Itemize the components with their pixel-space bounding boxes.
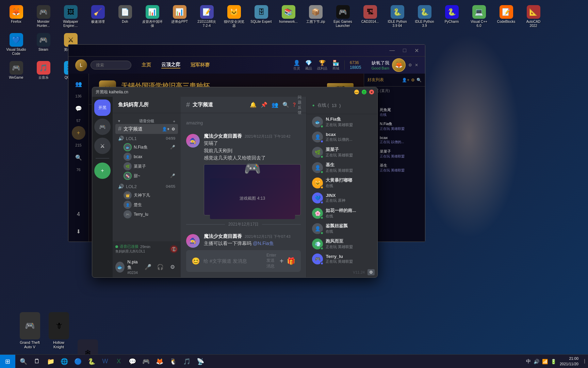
icon-cleaner[interactable]: 🧹 极速清理: [85, 3, 111, 30]
discord-mute-btn[interactable]: 🎤: [143, 262, 153, 273]
icon-pycharm[interactable]: 🐍 PyCharm: [439, 3, 464, 30]
lol-settings-icon[interactable]: ⚙: [408, 63, 412, 67]
icon-ppt[interactable]: 📊 进博会PPT: [167, 3, 192, 30]
lol-sidebar-plus[interactable]: +: [72, 126, 85, 140]
icon-cad[interactable]: 🏗 CAD2014...: [357, 3, 383, 30]
icon-epic[interactable]: 🎮 Epic Games Launcher: [330, 3, 356, 30]
rf-caicai[interactable]: 🌿 菜菜子 正在玩 英雄联盟: [307, 144, 377, 160]
discord-user-settings-btn[interactable]: ⚙: [167, 262, 178, 273]
icon-hw[interactable]: 📚 homework...: [276, 3, 301, 30]
icon-zip[interactable]: 📦 工图下节.zip: [303, 3, 328, 30]
icon-doh[interactable]: 📄 Doh: [112, 3, 138, 30]
taskbar-excel-btn[interactable]: X: [112, 355, 125, 368]
server-icon-3[interactable]: ⚔: [94, 138, 111, 154]
tray-network-icon[interactable]: 📶: [542, 359, 548, 364]
discord-deafen-btn[interactable]: 🎧: [155, 262, 166, 273]
discord-minimize-btn[interactable]: —: [354, 90, 359, 94]
taskbar-start-button[interactable]: ⊞: [0, 355, 15, 368]
rf-terry[interactable]: 🎮 Terry_lu 正在玩 英雄联盟: [307, 251, 377, 266]
taskbar-discord-btn[interactable]: 💬: [126, 355, 139, 368]
rf-jianpiao[interactable]: 👤 鉴瓢妞鉴瓢 在线: [307, 221, 377, 236]
lol-sidebar-search[interactable]: 🔍: [72, 151, 85, 164]
lol-add-friend-icon[interactable]: 👤+: [402, 78, 409, 82]
lol-friends-settings-icon[interactable]: ⚙: [411, 78, 415, 82]
discord-voice-lol1[interactable]: 🔊 LOL1 04/99: [115, 134, 178, 142]
discord-voice-lol2[interactable]: 🔊 LOL2 04/05: [115, 182, 178, 190]
voice-user-nfia[interactable]: 🐟 N.Fia鱼 🎤: [115, 142, 178, 152]
icon-vscode[interactable]: 💙 Visual Studio Code: [3, 31, 29, 58]
icon-monster-hunter[interactable]: 🎮 Monster Hunter...: [31, 3, 56, 30]
taskbar-word-btn[interactable]: W: [99, 355, 112, 368]
discord-message-input[interactable]: [203, 258, 263, 264]
voice-user-tian[interactable]: 🍬 甜~ 🎤: [115, 171, 178, 181]
taskbar-notes-btn[interactable]: 🗒: [31, 355, 44, 368]
voice-user-tianshen[interactable]: 👑 天神下凡: [115, 190, 178, 200]
taskbar-search-btn[interactable]: 🔍: [17, 355, 30, 368]
icon-homework[interactable]: 📝 21011188次 7-2-4: [194, 3, 219, 30]
icon-music[interactable]: 🎵 云音乐: [31, 59, 56, 81]
server-icon-2[interactable]: 🎮: [94, 119, 111, 135]
icon-codeblocks[interactable]: 📝 CodeBlocks: [493, 3, 519, 30]
lol-avatar[interactable]: 🦊: [392, 58, 406, 72]
taskbar-show-desktop-btn[interactable]: ▕: [582, 359, 585, 364]
discord-server-name[interactable]: 鱼妈妈育儿所: [113, 97, 181, 113]
discord-attach-btn[interactable]: +: [280, 257, 284, 265]
channel-add-icon[interactable]: ⚙: [172, 127, 175, 132]
chat-search-icon[interactable]: 🔍: [282, 101, 290, 109]
icon-wallpaper[interactable]: 🖼 Wallpaper Engine:...: [58, 3, 83, 30]
voice-user-bcax[interactable]: 👤 bcax: [115, 152, 178, 162]
taskbar-qq-btn[interactable]: 🐧: [167, 355, 180, 368]
voice-user-caicai[interactable]: 🌿 菜菜子: [115, 162, 178, 171]
lol-minimize-btn[interactable]: —: [387, 47, 397, 54]
icon-autocad[interactable]: 📐 AutoCAD 2022: [521, 3, 546, 30]
rf-nfia[interactable]: 🐟 N.Fia鱼 正在玩 英雄联盟: [307, 114, 377, 129]
voice-user-chusheng[interactable]: 👤 楚生: [115, 200, 178, 210]
rf-bcax[interactable]: 👤 bcax 正在玩 以僧的...: [307, 129, 377, 144]
taskbar-pycharm-btn[interactable]: 🐍: [85, 355, 98, 368]
lol-maximize-btn[interactable]: □: [400, 47, 409, 54]
lol-nav-tft[interactable]: 云顶之弈: [161, 62, 180, 68]
icon-hollow-knight[interactable]: 🗡 Hollow Knight: [46, 310, 71, 351]
rf-jisheng[interactable]: 👤 基生 正在玩 英雄联盟: [307, 160, 377, 175]
chat-feedback-icon[interactable]: ❓ 问题反馈: [293, 101, 301, 109]
rf-jinx[interactable]: 💙 JINX 正在玩 原神: [307, 190, 377, 205]
lol-sidebar-team[interactable]: 👥: [72, 77, 85, 91]
lol-close-icon[interactable]: ✕: [415, 63, 418, 67]
lol-sidebar-chat[interactable]: 💬: [72, 102, 85, 115]
lol-sidebar-number[interactable]: 4: [72, 208, 85, 221]
add-channel-icon[interactable]: +: [173, 119, 175, 123]
lol-nav-cup[interactable]: 冠军杯赛: [191, 62, 210, 68]
lol-sidebar-download[interactable]: ⬇: [72, 225, 85, 238]
icon-browser[interactable]: 🐱 猫钓安全浏览器: [221, 3, 247, 30]
lol-resource-life[interactable]: 👤 生灵: [293, 60, 300, 71]
voice-user-terry[interactable]: 🎮 Terry_lu: [115, 210, 178, 219]
channel-settings-icon[interactable]: 👤+: [162, 127, 169, 132]
discord-channel-text[interactable]: # 文字频道 👤+ ⚙: [115, 124, 178, 134]
taskbar-firefox-btn[interactable]: 🦊: [153, 355, 166, 368]
icon-vc[interactable]: 💻 Visual C++ 6.0: [466, 3, 492, 30]
tray-input-icon[interactable]: 中: [526, 358, 531, 365]
discord-close-btn[interactable]: ✕: [369, 90, 374, 94]
icon-firefox[interactable]: 🦊 Firefox: [3, 3, 29, 30]
chat-members-icon[interactable]: 👥: [271, 101, 279, 109]
chat-bell-icon[interactable]: 🔔: [249, 101, 257, 109]
icon-sqlite[interactable]: 🗄 SQLite Expert: [248, 3, 274, 30]
taskbar-kaiheila-btn[interactable]: 📡: [194, 355, 207, 368]
taskbar-music-btn[interactable]: 🎵: [180, 355, 193, 368]
rf-dahuang[interactable]: 🐱 大黄暴打嘟嘟 在线: [307, 175, 377, 190]
taskbar-chrome-btn[interactable]: 🔵: [71, 355, 84, 368]
icon-steam[interactable]: 🎮 Steam: [31, 31, 56, 58]
discord-maximize-btn[interactable]: □: [362, 90, 366, 94]
icon-idle2[interactable]: 🐍 IDLE Python 3.9: [412, 3, 437, 30]
discord-gift-btn[interactable]: 🎁: [287, 257, 295, 265]
icon-env[interactable]: 📊 皮督杰中国环保: [140, 3, 165, 30]
lol-resource-shop[interactable]: 🏪 商城: [332, 60, 339, 71]
rf-ruhua[interactable]: 🌸 如花一样的南... 在线: [307, 205, 377, 221]
lol-resource-loot[interactable]: 🏆 战利品: [317, 60, 327, 71]
server-icon-add[interactable]: +: [94, 163, 111, 179]
tray-battery-icon[interactable]: 🔋: [551, 359, 556, 364]
icon-idle1[interactable]: 🐍 IDLE Python 3.9 64: [385, 3, 410, 30]
taskbar-clock[interactable]: 21:00 2021/11/20: [560, 356, 578, 367]
tray-volume-icon[interactable]: 🔊: [534, 359, 539, 364]
lol-resource-treasure[interactable]: 💎 藏品: [305, 60, 312, 71]
